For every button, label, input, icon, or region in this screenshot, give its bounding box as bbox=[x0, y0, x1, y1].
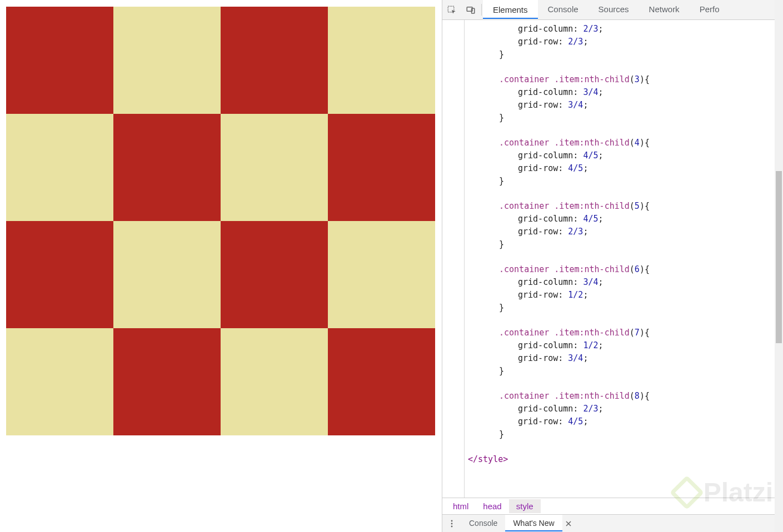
devtools-panel: ElementsConsoleSourcesNetworkPerfo grid-… bbox=[442, 0, 783, 532]
close-icon[interactable] bbox=[562, 515, 575, 532]
devtools-body: grid-column: 2/3;grid-row: 2/3;}.contain… bbox=[442, 20, 783, 498]
drawer-tab-what-s-new[interactable]: What's New bbox=[505, 515, 562, 532]
breadcrumb-head[interactable]: head bbox=[476, 499, 508, 513]
devtools-tab-elements[interactable]: Elements bbox=[483, 0, 538, 19]
grid-square bbox=[328, 114, 435, 221]
devtools-tabs: ElementsConsoleSourcesNetworkPerfo bbox=[483, 0, 783, 19]
grid-square bbox=[113, 221, 221, 328]
grid-square bbox=[328, 221, 435, 328]
devtools-drawer: ConsoleWhat's New bbox=[442, 514, 783, 532]
devtools-toolbar: ElementsConsoleSourcesNetworkPerfo bbox=[442, 0, 783, 20]
drawer-tabs: ConsoleWhat's New bbox=[461, 515, 575, 532]
svg-point-5 bbox=[451, 525, 453, 527]
grid-square bbox=[6, 221, 113, 328]
drawer-menu-icon[interactable] bbox=[442, 515, 461, 532]
scrollbar[interactable] bbox=[775, 20, 783, 498]
breadcrumb-html[interactable]: html bbox=[446, 499, 476, 513]
scrollbar-thumb[interactable] bbox=[776, 171, 782, 343]
grid-square bbox=[113, 328, 221, 435]
grid-square bbox=[6, 114, 113, 221]
style-source-code[interactable]: grid-column: 2/3;grid-row: 2/3;}.contain… bbox=[465, 20, 783, 498]
grid-square bbox=[328, 7, 435, 114]
grid-square bbox=[221, 7, 328, 114]
devtools-tab-network[interactable]: Network bbox=[639, 0, 690, 19]
checker-grid bbox=[6, 7, 435, 435]
page-viewport bbox=[0, 0, 442, 498]
elements-breadcrumb: htmlheadstyle bbox=[442, 498, 783, 514]
toolbar-separator bbox=[481, 4, 482, 16]
svg-point-4 bbox=[451, 523, 453, 524]
grid-square bbox=[6, 7, 113, 114]
toggle-device-toolbar-icon[interactable] bbox=[461, 0, 480, 19]
inspect-element-icon[interactable] bbox=[442, 0, 461, 19]
devtools-tab-console[interactable]: Console bbox=[538, 0, 589, 19]
breadcrumb-style[interactable]: style bbox=[509, 499, 541, 513]
grid-square bbox=[221, 221, 328, 328]
tree-outline-gutter bbox=[442, 20, 465, 498]
grid-square bbox=[113, 7, 221, 114]
devtools-tab-perfo[interactable]: Perfo bbox=[690, 0, 730, 19]
devtools-tab-sources[interactable]: Sources bbox=[589, 0, 639, 19]
grid-square bbox=[328, 328, 435, 435]
drawer-tab-console[interactable]: Console bbox=[461, 515, 505, 532]
grid-square bbox=[113, 114, 221, 221]
grid-square bbox=[6, 328, 113, 435]
grid-square bbox=[221, 114, 328, 221]
grid-square bbox=[221, 328, 328, 435]
svg-point-3 bbox=[451, 520, 453, 521]
